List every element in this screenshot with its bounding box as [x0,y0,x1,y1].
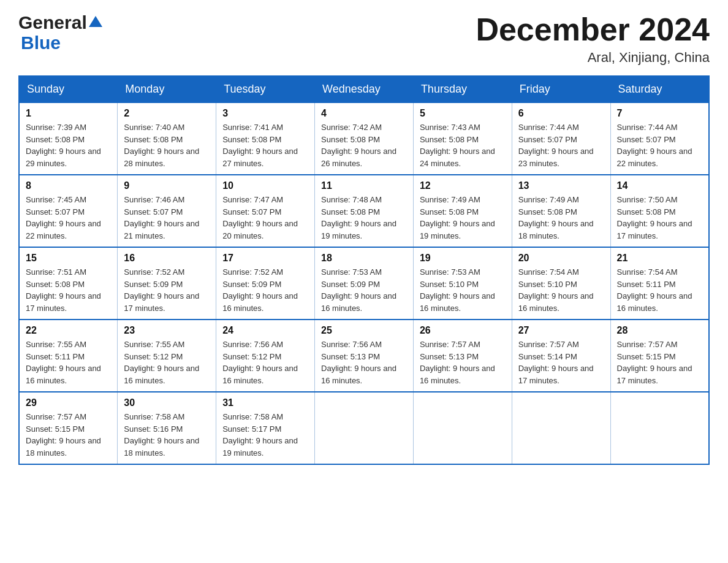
month-title: December 2024 [476,12,710,47]
day-number: 7 [617,108,702,119]
calendar-cell: 22Sunrise: 7:55 AMSunset: 5:11 PMDayligh… [19,320,118,392]
calendar-cell: 19Sunrise: 7:53 AMSunset: 5:10 PMDayligh… [413,247,512,320]
day-number: 23 [124,325,210,336]
page-header: General Blue December 2024 Aral, Xinjian… [18,12,710,66]
day-info: Sunrise: 7:56 AMSunset: 5:12 PMDaylight:… [222,339,308,386]
calendar-week-1: 1Sunrise: 7:39 AMSunset: 5:08 PMDaylight… [19,102,709,175]
day-info: Sunrise: 7:41 AMSunset: 5:08 PMDaylight:… [222,121,308,169]
calendar-table: Sunday Monday Tuesday Wednesday Thursday… [18,75,710,465]
day-number: 29 [26,397,111,408]
calendar-cell: 27Sunrise: 7:57 AMSunset: 5:14 PMDayligh… [512,320,610,392]
day-info: Sunrise: 7:57 AMSunset: 5:15 PMDaylight:… [26,411,111,459]
day-number: 2 [124,108,210,119]
calendar-cell: 23Sunrise: 7:55 AMSunset: 5:12 PMDayligh… [118,320,216,392]
location-title: Aral, Xinjiang, China [476,50,710,66]
day-number: 3 [222,108,308,119]
day-info: Sunrise: 7:54 AMSunset: 5:10 PMDaylight:… [518,266,604,314]
calendar-cell: 15Sunrise: 7:51 AMSunset: 5:08 PMDayligh… [19,247,118,320]
col-thursday: Thursday [413,76,512,102]
col-tuesday: Tuesday [216,76,315,102]
day-info: Sunrise: 7:52 AMSunset: 5:09 PMDaylight:… [124,266,210,314]
day-number: 11 [321,180,407,191]
day-info: Sunrise: 7:57 AMSunset: 5:15 PMDaylight:… [617,339,702,386]
calendar-cell: 31Sunrise: 7:58 AMSunset: 5:17 PMDayligh… [216,392,315,464]
day-number: 21 [617,253,702,264]
calendar-cell: 26Sunrise: 7:57 AMSunset: 5:13 PMDayligh… [413,320,512,392]
day-info: Sunrise: 7:58 AMSunset: 5:17 PMDaylight:… [222,411,308,459]
day-info: Sunrise: 7:39 AMSunset: 5:08 PMDaylight:… [26,121,111,169]
day-number: 19 [420,253,506,264]
calendar-cell [315,392,414,464]
day-info: Sunrise: 7:53 AMSunset: 5:09 PMDaylight:… [321,266,407,314]
day-number: 31 [222,397,308,408]
calendar-cell: 7Sunrise: 7:44 AMSunset: 5:07 PMDaylight… [610,102,709,175]
day-number: 12 [420,180,506,191]
col-saturday: Saturday [610,76,709,102]
day-info: Sunrise: 7:57 AMSunset: 5:14 PMDaylight:… [518,339,604,386]
calendar-header-row: Sunday Monday Tuesday Wednesday Thursday… [19,76,709,102]
title-area: December 2024 Aral, Xinjiang, China [476,12,710,66]
day-number: 14 [617,180,702,191]
day-info: Sunrise: 7:55 AMSunset: 5:11 PMDaylight:… [26,339,111,386]
logo: General Blue [18,12,102,53]
day-info: Sunrise: 7:51 AMSunset: 5:08 PMDaylight:… [26,266,111,314]
day-number: 24 [222,325,308,336]
calendar-cell: 20Sunrise: 7:54 AMSunset: 5:10 PMDayligh… [512,247,610,320]
day-number: 13 [518,180,604,191]
calendar-cell: 10Sunrise: 7:47 AMSunset: 5:07 PMDayligh… [216,175,315,247]
calendar-week-5: 29Sunrise: 7:57 AMSunset: 5:15 PMDayligh… [19,392,709,464]
calendar-cell: 11Sunrise: 7:48 AMSunset: 5:08 PMDayligh… [315,175,414,247]
day-info: Sunrise: 7:44 AMSunset: 5:07 PMDaylight:… [617,121,702,169]
calendar-cell [610,392,709,464]
logo-blue: Blue [21,33,61,53]
day-number: 10 [222,180,308,191]
calendar-cell: 30Sunrise: 7:58 AMSunset: 5:16 PMDayligh… [118,392,216,464]
day-info: Sunrise: 7:42 AMSunset: 5:08 PMDaylight:… [321,121,407,169]
day-number: 30 [124,397,210,408]
day-number: 4 [321,108,407,119]
day-info: Sunrise: 7:44 AMSunset: 5:07 PMDaylight:… [518,121,604,169]
day-info: Sunrise: 7:50 AMSunset: 5:08 PMDaylight:… [617,194,702,242]
day-number: 20 [518,253,604,264]
calendar-cell: 4Sunrise: 7:42 AMSunset: 5:08 PMDaylight… [315,102,414,175]
calendar-cell [512,392,610,464]
calendar-cell: 12Sunrise: 7:49 AMSunset: 5:08 PMDayligh… [413,175,512,247]
day-number: 17 [222,253,308,264]
day-number: 22 [26,325,111,336]
calendar-cell: 14Sunrise: 7:50 AMSunset: 5:08 PMDayligh… [610,175,709,247]
calendar-cell: 2Sunrise: 7:40 AMSunset: 5:08 PMDaylight… [118,102,216,175]
col-monday: Monday [118,76,216,102]
calendar-cell: 21Sunrise: 7:54 AMSunset: 5:11 PMDayligh… [610,247,709,320]
day-number: 1 [26,108,111,119]
day-info: Sunrise: 7:52 AMSunset: 5:09 PMDaylight:… [222,266,308,314]
calendar-cell: 6Sunrise: 7:44 AMSunset: 5:07 PMDaylight… [512,102,610,175]
calendar-cell: 9Sunrise: 7:46 AMSunset: 5:07 PMDaylight… [118,175,216,247]
day-info: Sunrise: 7:47 AMSunset: 5:07 PMDaylight:… [222,194,308,242]
day-info: Sunrise: 7:56 AMSunset: 5:13 PMDaylight:… [321,339,407,386]
day-number: 27 [518,325,604,336]
calendar-cell: 8Sunrise: 7:45 AMSunset: 5:07 PMDaylight… [19,175,118,247]
calendar-cell: 28Sunrise: 7:57 AMSunset: 5:15 PMDayligh… [610,320,709,392]
day-info: Sunrise: 7:43 AMSunset: 5:08 PMDaylight:… [420,121,506,169]
day-info: Sunrise: 7:53 AMSunset: 5:10 PMDaylight:… [420,266,506,314]
calendar-cell [413,392,512,464]
day-number: 16 [124,253,210,264]
calendar-week-4: 22Sunrise: 7:55 AMSunset: 5:11 PMDayligh… [19,320,709,392]
calendar-cell: 17Sunrise: 7:52 AMSunset: 5:09 PMDayligh… [216,247,315,320]
calendar-cell: 5Sunrise: 7:43 AMSunset: 5:08 PMDaylight… [413,102,512,175]
col-sunday: Sunday [19,76,118,102]
calendar-cell: 25Sunrise: 7:56 AMSunset: 5:13 PMDayligh… [315,320,414,392]
logo-general: General [18,12,87,33]
day-info: Sunrise: 7:49 AMSunset: 5:08 PMDaylight:… [518,194,604,242]
day-info: Sunrise: 7:54 AMSunset: 5:11 PMDaylight:… [617,266,702,314]
day-info: Sunrise: 7:58 AMSunset: 5:16 PMDaylight:… [124,411,210,459]
day-number: 6 [518,108,604,119]
logo-triangle-icon [89,16,102,27]
col-wednesday: Wednesday [315,76,414,102]
day-info: Sunrise: 7:57 AMSunset: 5:13 PMDaylight:… [420,339,506,386]
day-number: 8 [26,180,111,191]
col-friday: Friday [512,76,610,102]
calendar-cell: 13Sunrise: 7:49 AMSunset: 5:08 PMDayligh… [512,175,610,247]
calendar-cell: 1Sunrise: 7:39 AMSunset: 5:08 PMDaylight… [19,102,118,175]
day-number: 15 [26,253,111,264]
